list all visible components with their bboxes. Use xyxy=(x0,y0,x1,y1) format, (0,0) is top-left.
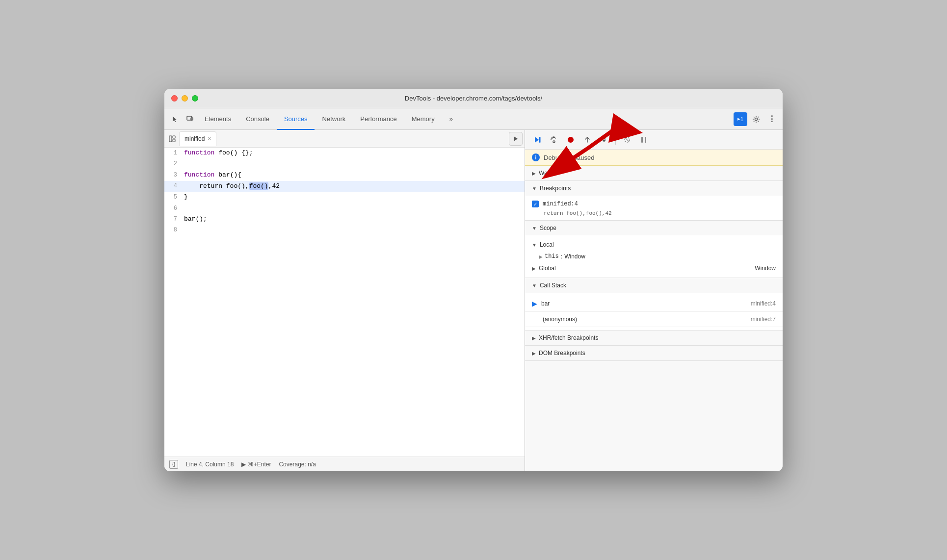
cursor-position: Line 4, Column 18 xyxy=(186,461,234,468)
scope-arrow: ▼ xyxy=(532,226,537,231)
dom-breakpoints-label: DOM Breakpoints xyxy=(539,350,585,356)
tab-right-icons: ▸ 1 ⋮ xyxy=(734,112,779,126)
maximize-button[interactable] xyxy=(192,95,198,102)
breakpoints-content: ✓ minified:4 return foo(),foo(),42 xyxy=(525,196,783,220)
format-icon[interactable]: {} xyxy=(169,460,178,469)
navigator-icon[interactable] xyxy=(166,133,178,145)
traffic-lights xyxy=(171,95,198,102)
code-line-3: 3 function bar(){ xyxy=(164,170,525,181)
code-editor[interactable]: 1 function foo() {}; 2 3 function bar(){ xyxy=(164,148,525,457)
window-title: DevTools - developer.chrome.com/tags/dev… xyxy=(405,95,542,102)
section-dom-breakpoints: ▶ DOM Breakpoints xyxy=(525,346,783,361)
info-icon: i xyxy=(532,153,540,161)
file-tab-close[interactable]: × xyxy=(208,135,211,142)
right-panel: i Debugger paused ▶ Watch xyxy=(525,130,783,471)
svg-point-2 xyxy=(755,118,758,120)
svg-rect-4 xyxy=(173,136,175,138)
step-into-button[interactable] xyxy=(597,133,611,147)
run-script-button[interactable] xyxy=(509,132,523,146)
watch-label: Watch xyxy=(539,170,555,177)
file-tab-minified[interactable]: minified × xyxy=(179,131,216,146)
breakpoints-arrow: ▼ xyxy=(532,186,537,191)
this-item[interactable]: ▶ this : Window xyxy=(525,251,783,262)
titlebar: DevTools - developer.chrome.com/tags/dev… xyxy=(164,89,783,108)
paused-message: Debugger paused xyxy=(544,154,594,161)
watch-header[interactable]: ▶ Watch xyxy=(525,166,783,180)
global-scope-item[interactable]: ▶ Global Window xyxy=(525,262,783,275)
call-stack-bar[interactable]: ▶ bar minified:4 xyxy=(525,296,783,312)
call-stack-anon-name: (anonymous) xyxy=(543,316,577,323)
call-stack-arrow: ▼ xyxy=(532,283,537,288)
settings-button[interactable] xyxy=(749,112,763,126)
xhr-breakpoints-header[interactable]: ▶ XHR/fetch Breakpoints xyxy=(525,331,783,345)
breakpoints-header[interactable]: ▼ Breakpoints xyxy=(525,181,783,196)
svg-rect-5 xyxy=(173,139,175,142)
call-stack-bar-loc: minified:4 xyxy=(751,300,776,307)
tab-network[interactable]: Network xyxy=(316,108,353,130)
more-options-button[interactable]: ⋮ xyxy=(765,112,779,126)
tab-performance[interactable]: Performance xyxy=(353,108,403,130)
svg-rect-8 xyxy=(539,137,541,143)
coverage-label: Coverage: n/a xyxy=(279,461,316,468)
close-button[interactable] xyxy=(171,95,178,102)
section-breakpoints: ▼ Breakpoints ✓ minified:4 return foo(),… xyxy=(525,181,783,221)
tab-elements[interactable]: Elements xyxy=(198,108,238,130)
call-stack-bar-name: bar xyxy=(541,300,550,307)
svg-point-10 xyxy=(568,137,574,143)
watch-arrow: ▶ xyxy=(532,171,536,176)
local-label: Local xyxy=(540,241,554,248)
global-label: Global xyxy=(539,265,556,272)
section-scope: ▼ Scope ▼ Local ▶ this : xyxy=(525,221,783,278)
breakpoint-item-1[interactable]: ✓ minified:4 xyxy=(525,199,783,209)
breakpoint-code: return foo(),foo(),42 xyxy=(537,209,783,217)
code-line-5: 5 } xyxy=(164,192,525,203)
xhr-arrow: ▶ xyxy=(532,335,536,341)
this-key: this xyxy=(545,253,559,260)
call-stack-anon-loc: minified:7 xyxy=(751,316,776,323)
code-line-2: 2 xyxy=(164,159,525,170)
deactivate-breakpoints-button[interactable] xyxy=(620,133,634,147)
svg-rect-3 xyxy=(169,136,172,142)
messages-button[interactable]: ▸ 1 xyxy=(734,112,747,126)
this-arrow-icon: ▶ xyxy=(539,254,543,259)
section-call-stack: ▼ Call Stack ▶ bar minified:4 (ano xyxy=(525,278,783,331)
cursor-icon[interactable] xyxy=(168,112,182,126)
local-arrow: ▼ xyxy=(532,242,537,248)
call-stack-anonymous[interactable]: (anonymous) minified:7 xyxy=(525,312,783,327)
toolbar-separator xyxy=(615,135,616,145)
tab-memory[interactable]: Memory xyxy=(405,108,442,130)
devtools-window: DevTools - developer.chrome.com/tags/dev… xyxy=(164,89,783,471)
global-arrow: ▶ xyxy=(532,266,536,271)
local-scope-header[interactable]: ▼ Local xyxy=(525,238,783,251)
step-over-button[interactable] xyxy=(547,133,561,147)
minimize-button[interactable] xyxy=(182,95,188,102)
file-tab-bar: minified × xyxy=(164,130,525,148)
svg-line-12 xyxy=(625,138,629,142)
code-line-1: 1 function foo() {}; xyxy=(164,148,525,159)
device-toggle-icon[interactable] xyxy=(183,112,197,126)
breakpoint-checkbox[interactable]: ✓ xyxy=(532,201,539,207)
call-stack-content: ▶ bar minified:4 (anonymous) minified:7 xyxy=(525,293,783,330)
dom-breakpoints-header[interactable]: ▶ DOM Breakpoints xyxy=(525,346,783,360)
active-frame-icon: ▶ xyxy=(532,300,537,307)
right-panel-content[interactable]: ▶ Watch ▼ Breakpoints ✓ m xyxy=(525,166,783,471)
pause-on-exceptions-button[interactable] xyxy=(636,133,651,147)
tab-sources[interactable]: Sources xyxy=(277,108,315,130)
step-out-button[interactable] xyxy=(580,133,595,147)
breakpoint-dot[interactable] xyxy=(563,133,578,147)
scope-header[interactable]: ▼ Scope xyxy=(525,221,783,235)
run-label: ▶ ⌘+Enter xyxy=(241,461,271,468)
breakpoint-name: minified:4 xyxy=(543,201,578,207)
resume-button[interactable] xyxy=(530,133,545,147)
svg-point-9 xyxy=(553,141,555,143)
global-value: Window xyxy=(755,265,776,272)
svg-rect-13 xyxy=(641,137,643,143)
tab-console[interactable]: Console xyxy=(239,108,276,130)
code-line-8: 8 xyxy=(164,225,525,236)
xhr-breakpoints-label: XHR/fetch Breakpoints xyxy=(539,334,598,341)
call-stack-header[interactable]: ▼ Call Stack xyxy=(525,278,783,293)
status-bar: {} Line 4, Column 18 ▶ ⌘+Enter Coverage:… xyxy=(164,457,525,471)
devtools-container: Elements Console Sources Network Perform… xyxy=(164,108,783,471)
debugger-toolbar xyxy=(525,130,783,150)
tab-more[interactable]: » xyxy=(443,108,460,130)
